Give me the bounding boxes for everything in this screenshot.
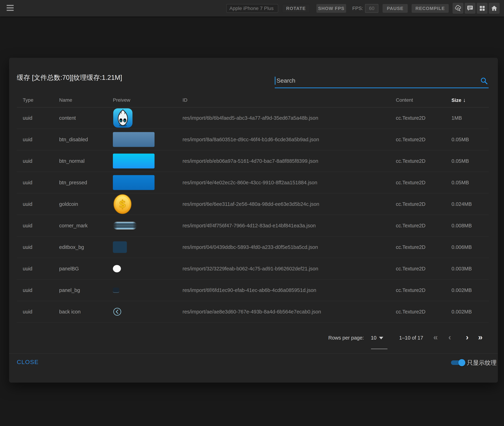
menu-icon[interactable]: [7, 5, 14, 12]
table-row: uuid content res/import/6b/6b4faed5-abc3…: [17, 107, 489, 129]
cell-size: 0.024MB: [452, 201, 472, 207]
cell-size: 0.003MB: [452, 266, 472, 272]
header-type: Type: [23, 97, 33, 103]
cell-id: res/import/eb/eb06a97a-5161-4d70-bac7-8a…: [183, 158, 318, 164]
cell-name: back icon: [59, 309, 81, 315]
cell-content: cc.Texture2D: [396, 309, 426, 315]
cell-name: btn_pressed: [59, 180, 87, 185]
footer-divider: [9, 354, 498, 354]
select-underline: [371, 349, 387, 349]
search-icon[interactable]: [480, 77, 488, 85]
table-row: uuid editbox_bg res/import/04/0439ddbc-5…: [17, 236, 489, 258]
first-page-icon[interactable]: «: [433, 332, 438, 342]
table-row: uuid btn_pressed res/import/4e/4e02ec2c-…: [17, 172, 489, 193]
cell-name: btn_disabled: [59, 137, 88, 142]
cell-preview: [113, 222, 137, 229]
table-body: uuid content res/import/6b/6b4faed5-abc3…: [17, 107, 489, 323]
cell-name: panel_bg: [59, 287, 80, 293]
cell-size: 0.008MB: [452, 223, 472, 229]
rows-per-page-select[interactable]: 10: [371, 334, 394, 342]
cell-type: uuid: [23, 309, 32, 315]
btn-normal-preview: [113, 154, 155, 169]
table-row: uuid btn_normal res/import/eb/eb06a97a-5…: [17, 150, 489, 172]
header-size-label: Size: [452, 98, 461, 103]
cell-type: uuid: [23, 244, 32, 250]
cell-name: corner_mark: [59, 223, 88, 229]
btn-pressed-preview: [113, 175, 155, 190]
btn-disabled-preview: [113, 132, 155, 147]
cell-size: 0.006MB: [452, 244, 472, 250]
table-row: uuid back icon res/import/ae/ae8e3d60-76…: [17, 301, 489, 323]
inspect-icon[interactable]: [453, 3, 463, 14]
cell-type: uuid: [23, 180, 32, 185]
text-caret: [275, 77, 276, 85]
next-page-icon[interactable]: ›: [466, 332, 469, 342]
cell-content: cc.Texture2D: [396, 201, 426, 207]
cell-type: uuid: [23, 115, 32, 121]
cell-type: uuid: [23, 223, 32, 229]
cell-preview: [113, 307, 122, 316]
mascot-preview: [113, 108, 133, 128]
simulator-screen: Apple iPhone 7 Plus ROTATE SHOW FPS FPS:…: [0, 0, 504, 426]
cell-name: panelBG: [59, 266, 79, 272]
pagination-range: 1–10 of 17: [399, 334, 423, 342]
console-icon[interactable]: [465, 3, 476, 14]
fps-input[interactable]: 60: [365, 4, 378, 13]
cell-size: 0.002MB: [452, 309, 472, 315]
goldcoin-preview: $: [113, 194, 132, 214]
cell-preview: [113, 108, 133, 128]
cell-type: uuid: [23, 158, 32, 164]
prev-page-icon[interactable]: ‹: [448, 332, 451, 342]
cell-type: uuid: [23, 201, 32, 207]
header-id: ID: [183, 97, 187, 103]
sort-desc-icon: ↓: [463, 97, 466, 103]
cache-grid-icon[interactable]: [477, 3, 488, 14]
home-icon[interactable]: [489, 3, 500, 14]
table-row: uuid corner_mark res/import/4f/4f756f47-…: [17, 215, 489, 236]
svg-text:$: $: [119, 198, 126, 210]
cell-preview: $: [113, 194, 132, 214]
rows-per-page-value: 10: [371, 335, 376, 341]
rotate-button[interactable]: ROTATE: [282, 4, 310, 13]
fps-label: FPS:: [352, 4, 363, 13]
table-row: uuid panelBG res/import/32/3229feab-b062…: [17, 258, 489, 279]
close-button[interactable]: CLOSE: [17, 358, 39, 366]
cell-id: res/import/4e/4e02ec2c-860e-43cc-9910-8f…: [183, 180, 317, 185]
header-content: Content: [396, 97, 413, 103]
cell-content: cc.Texture2D: [396, 223, 426, 229]
cell-content: cc.Texture2D: [396, 287, 426, 293]
cell-preview: [113, 175, 155, 190]
cell-content: cc.Texture2D: [396, 115, 426, 121]
cell-preview: [113, 265, 121, 272]
last-page-icon[interactable]: »: [478, 332, 483, 342]
cell-type: uuid: [23, 137, 32, 142]
panel-bg-preview: [113, 288, 119, 293]
cell-id: res/import/4f/4f756f47-7966-4d12-83ad-e1…: [183, 223, 316, 229]
header-size-sort[interactable]: Size↓: [452, 97, 466, 103]
cell-content: cc.Texture2D: [396, 137, 426, 142]
cell-id: res/import/ae/ae8e3d60-767e-493b-8a4d-6b…: [183, 309, 321, 315]
chevron-down-icon: [379, 337, 383, 339]
cell-size: 1MB: [452, 115, 462, 121]
table-row: uuid goldcoin $ res/import/6e/6ee311af-2…: [17, 193, 489, 215]
search-input[interactable]: Search: [275, 74, 489, 88]
header-name: Name: [59, 97, 72, 103]
device-selector[interactable]: Apple iPhone 7 Plus: [226, 4, 278, 13]
cell-name: btn_normal: [59, 158, 85, 164]
cell-id: res/import/04/0439ddbc-5893-4fd0-a233-d0…: [183, 244, 318, 250]
cell-content: cc.Texture2D: [396, 180, 426, 185]
rows-per-page-label: Rows per page:: [328, 334, 364, 342]
cell-id: res/import/32/3229feab-b062-4c75-ad91-b9…: [183, 266, 318, 272]
table-row: uuid panel_bg res/import/6f/6fd1ec90-efa…: [17, 279, 489, 301]
show-fps-button[interactable]: SHOW FPS: [316, 4, 346, 13]
cell-preview: [113, 288, 119, 293]
cell-type: uuid: [23, 266, 32, 272]
cell-preview: [113, 154, 155, 169]
recompile-button[interactable]: RECOMPILE: [412, 4, 449, 13]
cell-name: goldcoin: [59, 201, 78, 207]
texture-only-toggle[interactable]: [451, 359, 465, 366]
pause-button[interactable]: PAUSE: [383, 4, 408, 13]
cell-size: 0.05MB: [452, 137, 469, 142]
back-icon-preview: [113, 307, 122, 316]
cell-id: res/import/8a/8a60351e-d9cc-46f4-b1d6-6c…: [183, 137, 319, 142]
